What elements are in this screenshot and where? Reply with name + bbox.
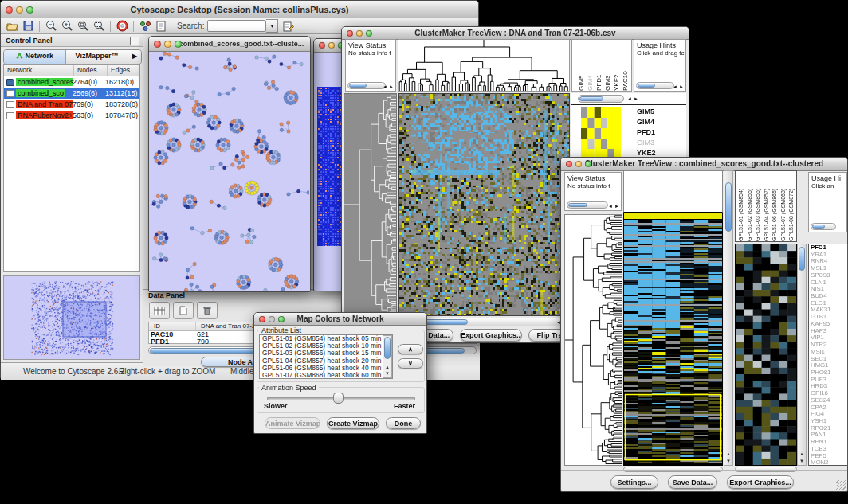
- row-dendrogram[interactable]: [565, 215, 622, 465]
- scroll-left-icon[interactable]: ◄: [673, 84, 677, 89]
- network-row[interactable]: combined_scores 2764(0) 16218(0): [4, 76, 139, 88]
- column-label[interactable]: GIM4: [586, 40, 595, 91]
- column-label[interactable]: GIM5: [577, 40, 586, 91]
- tv2-save-data-button[interactable]: Save Data...: [668, 475, 717, 489]
- network-row[interactable]: DNA and Tran 07 769(0) 183728(0): [4, 99, 139, 110]
- column-label[interactable]: YKE2: [612, 40, 621, 91]
- network-canvas[interactable]: [150, 51, 309, 291]
- done-button[interactable]: Done: [386, 417, 421, 429]
- scroll-left-icon[interactable]: ◄: [383, 84, 387, 89]
- column-label[interactable]: PAC10: [621, 40, 630, 91]
- attribute-list[interactable]: GPL51-01 (GSM854) heat shock 05 minGPL51…: [259, 334, 393, 379]
- usage-hints-scrollbar[interactable]: [636, 82, 674, 89]
- gene-label[interactable]: PFD1: [637, 127, 659, 138]
- scroll-right-icon[interactable]: ►: [634, 96, 638, 101]
- global-heatmap[interactable]: [624, 213, 722, 465]
- tv2-detail-vscrollbar[interactable]: ▲ ▼: [797, 244, 807, 466]
- tab-vizmapper[interactable]: VizMapper™: [66, 50, 128, 64]
- search-dropdown-button[interactable]: ▼: [266, 19, 278, 33]
- main-titlebar[interactable]: Cytoscape Desktop (Session Name: collins…: [1, 1, 478, 19]
- network-titlebar[interactable]: combined_scores_good.txt--cluste...: [149, 37, 310, 52]
- scroll-up-icon[interactable]: ▲: [383, 365, 391, 370]
- network-table-header[interactable]: Network Nodes Edges: [4, 65, 139, 76]
- gene-label[interactable]: MON2: [811, 459, 847, 466]
- scroll-right-icon[interactable]: ►: [614, 204, 619, 209]
- gene-label[interactable]: GIM3: [637, 138, 659, 148]
- scroll-down-icon[interactable]: ▼: [798, 459, 806, 464]
- tab-network[interactable]: Network: [4, 50, 66, 64]
- column-label[interactable]: GPL51-04 (GSM857): [763, 171, 771, 241]
- attribute-list-scrollbar[interactable]: ▲ ▼: [383, 335, 392, 378]
- row-dendrogram[interactable]: [344, 94, 396, 315]
- zoom-button[interactable]: [26, 6, 33, 14]
- gene-label[interactable]: GIM5: [637, 107, 659, 117]
- column-label[interactable]: GPL51-03 (GSM856): [754, 171, 763, 241]
- data-col-id[interactable]: ID: [149, 322, 196, 330]
- tab-overflow-arrow[interactable]: ▶: [128, 50, 141, 64]
- minimize-button[interactable]: [575, 161, 582, 167]
- detail-heatmap[interactable]: [736, 244, 796, 465]
- dialog-titlebar[interactable]: Map Colors to Network: [254, 313, 426, 326]
- tv2-global-vscrollbar[interactable]: ▲ ▼: [724, 170, 733, 466]
- zoom-selected-icon[interactable]: [76, 20, 90, 33]
- new-attribute-icon[interactable]: [173, 302, 194, 319]
- zoom-button[interactable]: [175, 41, 182, 48]
- scroll-up-icon[interactable]: ▲: [724, 451, 732, 457]
- column-label[interactable]: GPL51-06 (GSM865): [771, 171, 779, 241]
- gene-label[interactable]: GIM4: [637, 117, 659, 127]
- minimize-button[interactable]: [164, 41, 171, 48]
- open-file-icon[interactable]: [5, 20, 19, 33]
- network-row[interactable]: combined_sco 2569(6) 13112(15): [4, 88, 139, 99]
- close-button[interactable]: [319, 42, 325, 49]
- resize-grip[interactable]: [836, 480, 846, 490]
- scroll-down-icon[interactable]: ▼: [383, 371, 391, 377]
- column-label[interactable]: GPL51-02 (GSM855): [746, 171, 755, 241]
- tv1-summary-scrollbar[interactable]: [578, 95, 624, 103]
- scroll-left-icon[interactable]: ◄: [608, 204, 613, 209]
- tv2-settings-button[interactable]: Settings...: [610, 475, 658, 489]
- view-status-scrollbar[interactable]: [567, 201, 608, 209]
- attribute-item[interactable]: GPL51-07 (GSM868) heat shock 60 min: [260, 372, 392, 379]
- treeview2-titlebar[interactable]: ClusterMaker TreeView : combined_scores_…: [561, 158, 847, 171]
- tv1-export-graphics-button[interactable]: Export Graphics...: [460, 329, 522, 342]
- close-button[interactable]: [347, 30, 353, 37]
- save-icon[interactable]: [21, 20, 35, 33]
- minimize-button[interactable]: [328, 42, 335, 49]
- treeview1-titlebar[interactable]: ClusterMaker TreeView : DNA and Tran 07-…: [342, 27, 689, 40]
- zoom-out-icon[interactable]: [44, 20, 58, 33]
- help-lifebuoy-icon[interactable]: [115, 20, 129, 33]
- heatmap[interactable]: [399, 94, 569, 315]
- scroll-down-icon[interactable]: ▼: [724, 459, 732, 464]
- scroll-right-icon[interactable]: ►: [679, 84, 684, 89]
- annotation-icon[interactable]: [154, 20, 168, 33]
- zoom-button[interactable]: [278, 316, 285, 322]
- select-attributes-icon[interactable]: [149, 302, 170, 319]
- close-button[interactable]: [566, 161, 572, 167]
- delete-attribute-icon[interactable]: [197, 302, 218, 319]
- minimize-button[interactable]: [16, 6, 23, 14]
- scroll-left-icon[interactable]: ◄: [627, 96, 632, 101]
- column-label[interactable]: GPL51-07 (GSM868): [779, 171, 788, 241]
- network-row[interactable]: RNAPuberNov2+! 563(0) 107847(0): [4, 110, 139, 121]
- move-down-button[interactable]: ∨: [398, 358, 423, 369]
- column-label[interactable]: GPL51-08 (GSM872): [787, 171, 796, 241]
- move-up-button[interactable]: ∧: [398, 344, 423, 354]
- search-input[interactable]: [207, 20, 266, 32]
- zoom-button[interactable]: [366, 30, 372, 37]
- column-label[interactable]: GIM3: [603, 40, 612, 91]
- scroll-right-icon[interactable]: ►: [389, 84, 394, 89]
- tv2-export-graphics-button[interactable]: Export Graphics...: [727, 475, 794, 489]
- vizmapper-icon[interactable]: [138, 20, 152, 33]
- column-dendrogram[interactable]: [398, 40, 569, 91]
- speed-slider-thumb[interactable]: [333, 393, 344, 404]
- minimize-button[interactable]: [356, 30, 363, 37]
- birdseye-view[interactable]: [4, 276, 139, 359]
- create-vizmap-button[interactable]: Create Vizmap: [327, 417, 379, 429]
- zoom-button[interactable]: [585, 161, 591, 167]
- column-label[interactable]: PFD1: [595, 40, 603, 91]
- close-button[interactable]: [259, 316, 265, 322]
- view-status-scrollbar[interactable]: [347, 82, 386, 89]
- column-label[interactable]: GPL51-01 (GSM854): [737, 171, 746, 241]
- dense-network-cluster[interactable]: [317, 87, 343, 246]
- attribute-browser-icon[interactable]: [281, 20, 296, 33]
